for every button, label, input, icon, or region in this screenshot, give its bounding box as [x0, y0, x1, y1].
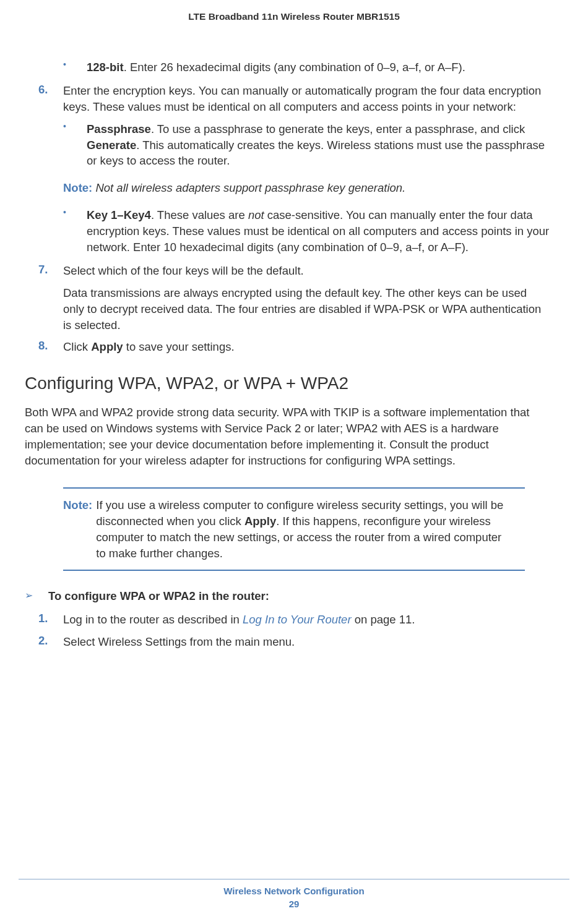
- sub-passphrase-text: Passphrase. To use a passphrase to gener…: [87, 121, 550, 169]
- bullet-128bit-label: 128-bit: [87, 61, 124, 74]
- procedure-title: To configure WPA or WPA2 in the router:: [48, 589, 269, 603]
- step-6-text: Enter the encryption keys. You can manua…: [63, 83, 550, 115]
- not-italic: not: [248, 208, 264, 221]
- sub-key1-key4: • Key 1–Key4. These values are not case-…: [38, 207, 550, 255]
- proc-step-1-number: 1.: [38, 612, 63, 628]
- step-6-number: 6.: [38, 83, 63, 115]
- sub-key1-key4-text: Key 1–Key4. These values are not case-se…: [87, 207, 550, 255]
- procedure-heading: ➢ To configure WPA or WPA2 in the router…: [25, 589, 550, 603]
- step-7: 7. Select which of the four keys will be…: [38, 263, 550, 279]
- note-box-wpa: Note: If you use a wireless computer to …: [63, 487, 525, 571]
- sub-passphrase: • Passphrase. To use a passphrase to gen…: [38, 121, 550, 169]
- passphrase-label: Passphrase: [87, 122, 151, 135]
- page-footer: Wireless Network Configuration 29: [0, 879, 588, 909]
- proc-step-2: 2. Select Wireless Settings from the mai…: [38, 634, 550, 650]
- proc-step-2-text: Select Wireless Settings from the main m…: [63, 634, 550, 650]
- chevron-right-icon: ➢: [25, 589, 48, 603]
- step-6: 6. Enter the encryption keys. You can ma…: [38, 83, 550, 115]
- proc-step-1-text: Log in to the router as described in Log…: [63, 612, 550, 628]
- key1-key4-label: Key 1–Key4: [87, 208, 151, 221]
- note-body: Not all wireless adapters support passph…: [95, 181, 405, 194]
- apply-label: Apply: [91, 340, 123, 353]
- apply-label: Apply: [244, 515, 276, 528]
- step-7-number: 7.: [38, 263, 63, 279]
- step-8-text: Click Apply to save your settings.: [63, 339, 550, 355]
- bullet-icon: •: [63, 59, 87, 75]
- proc-step-2-number: 2.: [38, 634, 63, 650]
- note-box-body: If you use a wireless computer to config…: [96, 497, 525, 562]
- bullet-128bit: • 128-bit. Enter 26 hexadecimal digits (…: [38, 59, 550, 75]
- step-8-number: 8.: [38, 339, 63, 355]
- section-intro-para: Both WPA and WPA2 provide strong data se…: [25, 404, 550, 469]
- step-7-text: Select which of the four keys will be th…: [63, 263, 550, 279]
- bullet-icon: •: [63, 121, 87, 169]
- note-label: Note:: [63, 181, 95, 194]
- note-box-label: Note:: [63, 497, 96, 562]
- bullet-icon: •: [63, 207, 87, 255]
- footer-section-title: Wireless Network Configuration: [0, 886, 588, 896]
- page-content: • 128-bit. Enter 26 hexadecimal digits (…: [25, 59, 563, 650]
- bullet-128bit-text: 128-bit. Enter 26 hexadecimal digits (an…: [87, 59, 550, 75]
- note-passphrase: Note: Not all wireless adapters support …: [63, 180, 550, 196]
- step-8: 8. Click Apply to save your settings.: [38, 339, 550, 355]
- footer-page-number: 29: [0, 899, 588, 909]
- step-7-para: Data transmissions are always encrypted …: [63, 285, 550, 333]
- proc-step-1: 1. Log in to the router as described in …: [38, 612, 550, 628]
- generate-label: Generate: [87, 139, 136, 152]
- section-heading-wpa: Configuring WPA, WPA2, or WPA + WPA2: [25, 374, 550, 393]
- login-link[interactable]: Log In to Your Router: [243, 613, 352, 626]
- page-header-title: LTE Broadband 11n Wireless Router MBR151…: [25, 11, 563, 59]
- footer-rule: [19, 879, 569, 879]
